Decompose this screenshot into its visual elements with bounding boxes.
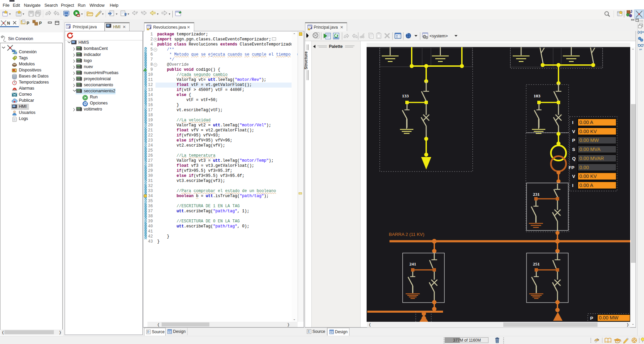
svg-text:0.00 MW: 0.00 MW	[579, 137, 599, 143]
svg-text:J: J	[149, 26, 151, 30]
svg-text:103: 103	[534, 93, 541, 98]
svg-text:J: J	[310, 26, 312, 30]
svg-text:0.00 MVA: 0.00 MVA	[579, 147, 601, 152]
svg-text:<system>: <system>	[430, 34, 448, 38]
svg-text:0.00: 0.00	[579, 165, 589, 170]
svg-text:BARRA 2 (11 KV): BARRA 2 (11 KV)	[389, 232, 425, 237]
svg-text:x=: x=	[639, 48, 642, 51]
svg-text:S: S	[572, 147, 575, 152]
svg-text:0.00 KV: 0.00 KV	[579, 129, 597, 134]
svg-text:(x)=: (x)=	[638, 30, 644, 34]
svg-text:FP: FP	[569, 165, 574, 170]
svg-text:0.00 MW: 0.00 MW	[599, 315, 618, 320]
svg-text:0.00 MVAR: 0.00 MVAR	[579, 156, 604, 161]
svg-text:0.00 A: 0.00 A	[579, 183, 593, 188]
svg-text:P: P	[27, 21, 29, 26]
svg-text:J: J	[630, 9, 632, 13]
svg-text:251: 251	[533, 261, 540, 267]
svg-text:N: N	[7, 21, 10, 26]
svg-text:P: P	[572, 138, 575, 143]
svg-text:I: I	[572, 120, 574, 125]
svg-text:231: 231	[533, 192, 540, 197]
svg-text:J: J	[68, 26, 70, 29]
svg-text:P: P	[590, 316, 593, 321]
svg-text:0.00 A: 0.00 A	[579, 120, 593, 125]
svg-text:Q: Q	[572, 156, 576, 161]
svg-text:I: I	[572, 183, 574, 188]
svg-text:V: V	[572, 174, 575, 179]
svg-text:133: 133	[402, 93, 409, 98]
svg-text:Palette: Palette	[329, 44, 343, 49]
svg-text:V: V	[572, 129, 575, 134]
svg-text:0.00 KV: 0.00 KV	[579, 174, 597, 179]
svg-text:P: P	[39, 21, 42, 26]
svg-text:241: 241	[409, 261, 416, 267]
